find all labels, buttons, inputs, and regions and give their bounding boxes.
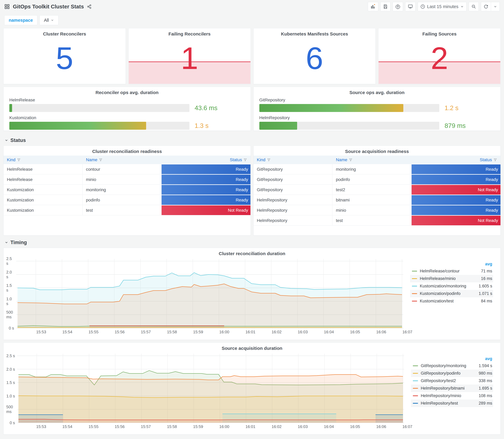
y-tick-label: 2.0 s: [6, 367, 15, 372]
legend-avg-header[interactable]: avg: [411, 356, 493, 361]
section-timing[interactable]: Timing: [0, 236, 504, 248]
table-column-header[interactable]: Status: [161, 156, 250, 164]
gauges-row: Reconciler ops avg. durationHelmRelease4…: [0, 87, 504, 131]
legend-item[interactable]: Kustomization/podinfo1.071 s: [410, 290, 493, 297]
x-tick-label: 15:54: [62, 424, 72, 429]
variable-namespace-value: All: [44, 18, 49, 23]
bar-gauge-label: Kustomization: [9, 115, 245, 120]
legend-series-name: Kustomization/monitoring: [420, 284, 466, 289]
y-tick-label: 2.5 s: [6, 256, 14, 266]
table-row: GitRepositorymonitoringReady: [254, 164, 501, 174]
legend-item[interactable]: GitRepository/test2338 ms: [411, 377, 493, 385]
x-tick-label: 16:04: [324, 330, 334, 334]
legend-item[interactable]: HelmRelease/contour71 ms: [410, 267, 493, 275]
bar-gauge-fill: [9, 122, 146, 130]
bar-gauge-fill: [259, 122, 297, 130]
status-badge: Not Ready: [161, 206, 250, 215]
table-column-header[interactable]: Status: [412, 156, 501, 164]
table-column-header[interactable]: Kind: [3, 156, 83, 164]
bar-gauge-panel: Source ops avg. durationGitRepository1.2…: [253, 87, 501, 131]
section-status[interactable]: Status: [0, 133, 504, 146]
stat-panel: Failing Sources2: [378, 28, 501, 84]
legend-series-name: HelmRepository/minio: [421, 393, 466, 398]
tv-mode-button[interactable]: [405, 2, 416, 11]
filter-icon[interactable]: [244, 158, 247, 162]
legend-item[interactable]: Kustomization/monitoring1.605 s: [410, 282, 493, 290]
cell-name: minio: [83, 174, 162, 185]
table-column-label: Kind: [257, 157, 265, 162]
x-tick-label: 16:02: [271, 330, 282, 334]
x-tick-label: 15:56: [115, 424, 125, 429]
y-tick-label: 500 ms: [6, 310, 14, 319]
cell-status: Ready: [412, 164, 501, 174]
save-dashboard-button[interactable]: [380, 2, 391, 11]
legend-series-swatch: [413, 388, 418, 389]
filter-icon[interactable]: [267, 158, 271, 162]
legend-series-swatch: [413, 373, 418, 374]
refresh-button[interactable]: [481, 2, 491, 11]
stat-value: 2: [378, 42, 501, 74]
x-tick-label: 16:06: [376, 424, 386, 429]
bar-gauge-panel-title: Source ops avg. duration: [254, 87, 501, 97]
legend-avg-header[interactable]: avg: [410, 262, 493, 267]
filter-icon[interactable]: [17, 158, 21, 162]
variable-namespace-select[interactable]: All: [39, 15, 59, 25]
settings-button[interactable]: [393, 2, 403, 11]
dashboard-grid-icon: [4, 4, 10, 9]
y-tick-label: 500 ms: [6, 405, 15, 414]
stat-value: 1: [129, 42, 251, 74]
y-tick-label: 1.5 s: [6, 283, 14, 293]
y-axis: 2.5 s2.0 s1.5 s1.0 s500 ms0 s: [6, 353, 17, 423]
x-tick-label: 16:00: [219, 424, 229, 429]
chart-row: Cluster reconciliation duration2.5 s2.0 …: [0, 248, 504, 340]
bar-gauge-track: [259, 122, 439, 130]
bar-gauge-rows: GitRepository1.2 sHelmRepository879 ms: [254, 97, 501, 130]
table-column-label: Status: [230, 157, 242, 162]
legend-item[interactable]: GitRepository/podinfo980 ms: [411, 370, 493, 377]
cell-status: Ready: [161, 185, 250, 195]
legend-series-swatch: [412, 301, 417, 302]
tables-row: Cluster reconciliation readinessKindName…: [0, 146, 504, 236]
cell-kind: Kustomization: [3, 205, 83, 215]
table-header-row: KindNameStatus: [254, 156, 501, 164]
legend-item[interactable]: HelmRepository/bitnami1.695 s: [411, 385, 493, 392]
cell-name: test2: [332, 185, 412, 195]
add-panel-button[interactable]: [368, 2, 378, 11]
stat-panel: Cluster Reconcilers5: [3, 28, 126, 84]
legend-series-avg: 338 ms: [466, 378, 492, 383]
table-column-header[interactable]: Name: [83, 156, 162, 164]
bar-gauge-rows: HelmRelease43.6 msKustomization1.3 s: [3, 97, 251, 130]
x-tick-label: 16:03: [298, 424, 308, 429]
legend-item[interactable]: GitRepository/monitoring1.594 s: [411, 362, 493, 370]
table-column-header[interactable]: Name: [332, 156, 412, 164]
section-status-label: Status: [10, 137, 26, 143]
filter-icon[interactable]: [493, 158, 497, 162]
legend-item[interactable]: HelmRepository/minio108 ms: [411, 392, 493, 400]
legend-item[interactable]: HelmRelease/minio16 ms: [410, 275, 493, 282]
time-range-picker[interactable]: Last 15 minutes: [418, 2, 467, 11]
filter-icon[interactable]: [99, 158, 102, 162]
table-row: HelmRepositorybitnamiReady: [254, 195, 501, 205]
table-row: GitRepositorytest2Not Ready: [254, 185, 501, 195]
x-tick-label: 15:56: [115, 330, 125, 334]
zoom-out-button[interactable]: [469, 2, 479, 11]
cell-status: Not Ready: [161, 205, 250, 215]
chart-canvas[interactable]: [17, 353, 404, 423]
legend-series-swatch: [412, 293, 417, 294]
legend-series-name: HelmRelease/minio: [420, 276, 466, 281]
table-column-header[interactable]: Kind: [254, 156, 333, 164]
cell-kind: HelmRepository: [254, 215, 333, 226]
filter-icon[interactable]: [349, 158, 353, 162]
x-tick-label: 16:07: [402, 424, 412, 429]
x-tick-label: 15:58: [167, 424, 177, 429]
legend-item[interactable]: HelmRepository/test289 ms: [411, 400, 493, 407]
legend-item[interactable]: Kustomization/test84 ms: [410, 297, 493, 305]
status-badge: Not Ready: [412, 216, 501, 225]
legend-series-name: HelmRepository/bitnami: [421, 386, 466, 391]
share-icon[interactable]: [87, 4, 92, 9]
chevron-down-icon: [493, 5, 497, 8]
refresh-interval-dropdown[interactable]: [491, 2, 500, 11]
cell-kind: GitRepository: [254, 174, 333, 185]
cell-kind: HelmRepository: [254, 195, 333, 205]
chart-canvas[interactable]: [16, 258, 403, 329]
